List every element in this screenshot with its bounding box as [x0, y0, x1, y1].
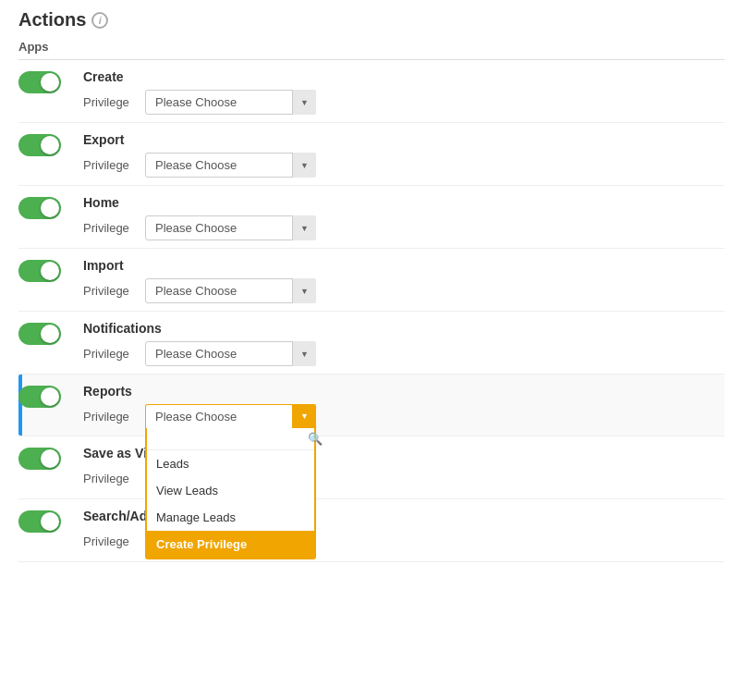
action-row-import: ImportPrivilegePlease Choose — [18, 249, 725, 312]
dropdown-search-input[interactable] — [152, 432, 308, 446]
select-wrapper-home: Please Choose — [145, 215, 316, 240]
privilege-select-home[interactable]: Please Choose — [145, 215, 316, 240]
page-title: Actions — [18, 9, 86, 31]
privilege-label-reports: Privilege — [83, 410, 134, 424]
action-content-reports: ReportsPrivilegePlease Choose🔍LeadsView … — [83, 384, 725, 428]
toggle-knob — [41, 325, 59, 343]
select-wrapper-notifications: Please Choose — [145, 341, 316, 366]
action-content-create: CreatePrivilegePlease Choose — [83, 69, 725, 115]
page-container: Actions i Apps CreatePrivilegePlease Cho… — [0, 0, 743, 571]
action-row-reports: ReportsPrivilegePlease Choose🔍LeadsView … — [18, 375, 725, 436]
toggle-knob — [41, 136, 59, 154]
privilege-label-create: Privilege — [83, 95, 134, 109]
action-content-notifications: NotificationsPrivilegePlease Choose — [83, 321, 725, 366]
toggle-col-home — [18, 195, 83, 219]
action-name-export: Export — [83, 132, 725, 147]
dropdown-menu-reports: 🔍LeadsView LeadsManage LeadsCreate Privi… — [145, 428, 316, 559]
toggle-save-as-view[interactable] — [18, 448, 61, 470]
dropdown-search-row: 🔍 — [147, 428, 314, 450]
search-icon: 🔍 — [308, 432, 323, 446]
privilege-label-search-advance: Privilege — [83, 534, 134, 548]
toggle-search-advance[interactable] — [18, 510, 61, 533]
toggle-import[interactable] — [18, 260, 61, 282]
info-icon[interactable]: i — [91, 12, 108, 29]
toggle-knob — [41, 262, 59, 280]
privilege-label-notifications: Privilege — [83, 347, 134, 361]
privilege-select-export[interactable]: Please Choose — [145, 153, 316, 178]
action-name-import: Import — [83, 258, 725, 273]
toggle-col-notifications — [18, 321, 83, 345]
select-wrapper-import: Please Choose — [145, 278, 316, 303]
toggle-create[interactable] — [18, 71, 61, 93]
actions-list: CreatePrivilegePlease ChooseExportPrivil… — [18, 60, 725, 562]
toggle-export[interactable] — [18, 134, 61, 156]
dropdown-item-view-leads[interactable]: View Leads — [147, 477, 314, 504]
select-wrapper-create: Please Choose — [145, 90, 316, 115]
action-name-create: Create — [83, 69, 725, 84]
privilege-label-export: Privilege — [83, 158, 134, 172]
action-row-create: CreatePrivilegePlease Choose — [18, 60, 725, 123]
privilege-row-import: PrivilegePlease Choose — [83, 278, 725, 303]
privilege-row-export: PrivilegePlease Choose — [83, 153, 725, 178]
dropdown-item-leads[interactable]: Leads — [147, 450, 314, 477]
action-name-home: Home — [83, 195, 725, 210]
dropdown-item-manage-leads[interactable]: Manage Leads — [147, 504, 314, 531]
privilege-row-create: PrivilegePlease Choose — [83, 90, 725, 115]
action-content-home: HomePrivilegePlease Choose — [83, 195, 725, 240]
action-row-search-advance: Search/Advanc...PrivilegePlease Choose — [18, 499, 725, 562]
toggle-col-import — [18, 258, 83, 282]
action-row-export: ExportPrivilegePlease Choose — [18, 123, 725, 186]
page-header: Actions i — [18, 9, 725, 31]
action-row-notifications: NotificationsPrivilegePlease Choose — [18, 312, 725, 375]
action-content-export: ExportPrivilegePlease Choose — [83, 132, 725, 178]
privilege-select-reports[interactable]: Please Choose — [145, 404, 316, 428]
privilege-row-home: PrivilegePlease Choose — [83, 215, 725, 240]
toggle-knob — [41, 512, 59, 531]
toggle-col-create — [18, 69, 83, 93]
select-wrapper-export: Please Choose — [145, 153, 316, 178]
toggle-col-export — [18, 132, 83, 156]
toggle-col-save-as-view — [18, 446, 83, 470]
privilege-row-notifications: PrivilegePlease Choose — [83, 341, 725, 366]
toggle-knob — [41, 387, 59, 406]
privilege-select-create[interactable]: Please Choose — [145, 90, 316, 115]
toggle-col-search-advance — [18, 509, 83, 533]
toggle-home[interactable] — [18, 197, 61, 219]
toggle-knob — [41, 449, 59, 468]
privilege-select-import[interactable]: Please Choose — [145, 278, 316, 303]
action-name-reports: Reports — [83, 384, 725, 399]
action-content-import: ImportPrivilegePlease Choose — [83, 258, 725, 303]
action-name-notifications: Notifications — [83, 321, 725, 336]
action-row-home: HomePrivilegePlease Choose — [18, 186, 725, 249]
toggle-notifications[interactable] — [18, 323, 61, 345]
privilege-row-reports: PrivilegePlease Choose🔍LeadsView LeadsMa… — [83, 404, 725, 428]
dropdown-item-create-privilege[interactable]: Create Privilege — [147, 531, 314, 558]
action-row-save-as-view: Save as ViewPrivilegePlease Choose — [18, 436, 725, 499]
privilege-select-notifications[interactable]: Please Choose — [145, 341, 316, 366]
section-label: Apps — [18, 40, 725, 54]
privilege-label-import: Privilege — [83, 284, 134, 298]
toggle-knob — [41, 73, 59, 92]
privilege-label-home: Privilege — [83, 221, 134, 235]
toggle-col-reports — [18, 384, 83, 408]
toggle-reports[interactable] — [18, 386, 61, 408]
toggle-knob — [41, 199, 59, 217]
select-wrapper-reports: Please Choose🔍LeadsView LeadsManage Lead… — [145, 404, 316, 428]
privilege-label-save-as-view: Privilege — [83, 472, 134, 485]
